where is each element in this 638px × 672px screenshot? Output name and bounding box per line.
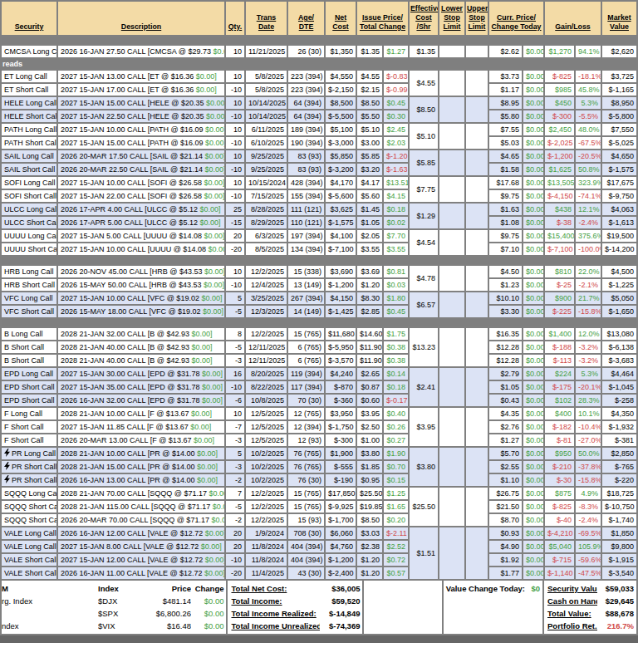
cell-age-dte[interactable]: 117 (394) bbox=[288, 381, 324, 393]
cell-trans-date[interactable]: 11/8/2024 bbox=[246, 554, 287, 566]
cell-market-value[interactable]: $-1,045 bbox=[602, 381, 636, 393]
cell-issue-price[interactable]: $1.05 bbox=[357, 217, 382, 228]
cell-upper-stop-limit[interactable] bbox=[466, 328, 488, 366]
cell-gain-loss[interactable]: $-210 bbox=[545, 461, 574, 473]
cell-gain-loss-pct[interactable]: -2.4% bbox=[576, 514, 601, 526]
cell-issue-price[interactable]: $5.10 bbox=[357, 124, 382, 135]
cell-trans-date[interactable]: 12/2/2025 bbox=[246, 328, 287, 340]
cell-age-dte[interactable]: 64 (394) bbox=[288, 110, 324, 122]
cell-issue-price[interactable]: $5.60 bbox=[357, 190, 382, 202]
cell-age-dte[interactable]: 189 (394) bbox=[288, 124, 324, 135]
cell-qty[interactable]: -20 bbox=[226, 243, 244, 255]
cell-gain-loss-pct[interactable]: -74.1% bbox=[576, 190, 601, 202]
cell-description[interactable]: 2027 15-JAN 13.00 CALL [ET @ $16.36 $0.0… bbox=[58, 71, 224, 82]
cell-market-value[interactable]: $4,500 bbox=[602, 266, 636, 277]
cell-total-change[interactable]: $1.75 bbox=[384, 328, 408, 340]
cell-gain-loss-pct[interactable]: 48.0% bbox=[576, 124, 601, 135]
cell-curr-price[interactable]: $1.05 bbox=[489, 381, 522, 393]
cell-issue-price[interactable]: $3.55 bbox=[357, 243, 382, 255]
column-header-effective-cost-shr[interactable]: Effective Cost /Shr bbox=[410, 2, 438, 35]
cell-qty[interactable]: -20 bbox=[226, 567, 244, 579]
column-header-gain-loss[interactable]: Gain/Loss bbox=[545, 2, 601, 35]
cell-qty[interactable]: -2 bbox=[226, 474, 244, 486]
cell-curr-price[interactable]: $9.75 bbox=[489, 230, 522, 242]
cell-upper-stop-limit[interactable] bbox=[466, 408, 488, 446]
cell-trans-date[interactable]: 1/9/2024 bbox=[246, 527, 287, 539]
cell-market-value[interactable]: $1,850 bbox=[602, 527, 636, 539]
cell-net-cost[interactable]: $-1,575 bbox=[326, 217, 356, 228]
cell-net-cost[interactable]: $3,690 bbox=[326, 266, 356, 277]
cell-gain-loss[interactable]: $1,270 bbox=[545, 46, 574, 57]
cell-trans-date[interactable]: 12/2/2025 bbox=[246, 488, 287, 499]
value-change-today-label[interactable]: Value Change Today: bbox=[444, 582, 525, 595]
cell-change-today[interactable]: $0.00 bbox=[523, 461, 543, 473]
cell-total-change[interactable]: $0.38 bbox=[384, 355, 408, 366]
cell-security[interactable]: PR Short Call bbox=[2, 474, 56, 486]
cell-age-dte[interactable]: 76 (765) bbox=[288, 448, 324, 459]
cell-gain-loss-pct[interactable]: 50.8% bbox=[576, 164, 601, 175]
cell-market-value[interactable]: $-765 bbox=[602, 461, 636, 473]
cell-description[interactable]: 2026 15-MAY 50.00 CALL [HRB @ $43.53 $0.… bbox=[58, 279, 224, 291]
column-header-issue-price-total-change[interactable]: Issue Price/ Total Change bbox=[357, 2, 408, 35]
cell-issue-price[interactable]: $1.45 bbox=[357, 204, 382, 215]
cell-curr-price[interactable]: $5.80 bbox=[489, 110, 522, 122]
cell-total-change[interactable]: $0.38 bbox=[384, 341, 408, 353]
cell-gain-loss[interactable]: $-1,200 bbox=[545, 150, 574, 162]
cell-total-change[interactable]: $0.27 bbox=[384, 434, 408, 446]
cell-gain-loss-pct[interactable]: 10.1% bbox=[576, 408, 601, 419]
cell-trans-date[interactable]: 10/15/2024 bbox=[246, 177, 287, 189]
cell-curr-price[interactable]: $12.28 bbox=[489, 341, 522, 353]
cell-age-dte[interactable]: 15 (338) bbox=[288, 266, 324, 277]
cell-trans-date[interactable]: 10/2/2025 bbox=[246, 474, 287, 486]
cell-effective-cost[interactable]: $1.29 bbox=[410, 204, 438, 228]
cell-net-cost[interactable]: $-5,950 bbox=[326, 341, 356, 353]
cell-description[interactable]: 2027 15-JAN 22.50 CALL [HELE @ $20.35 $0… bbox=[58, 110, 224, 122]
cell-age-dte[interactable]: 12 (93) bbox=[288, 434, 324, 446]
cell-upper-stop-limit[interactable] bbox=[466, 266, 488, 291]
cell-net-cost[interactable]: $-5,600 bbox=[326, 190, 356, 202]
column-header-security[interactable]: Security bbox=[2, 2, 56, 35]
cell-lower-stop-limit[interactable] bbox=[439, 46, 464, 57]
cell-lower-stop-limit[interactable] bbox=[439, 408, 464, 446]
cell-security[interactable]: HRB Short Call bbox=[2, 279, 56, 291]
cell-security[interactable]: SQQQ Short Call bbox=[2, 501, 56, 513]
cell-description[interactable]: 2026 20-MAR 13.00 CALL [F @ $13.67 $0.00… bbox=[58, 434, 224, 446]
cell-upper-stop-limit[interactable] bbox=[466, 488, 488, 526]
cell-total-change[interactable]: $7.70 bbox=[384, 230, 408, 242]
cell-net-cost[interactable]: $-1,425 bbox=[326, 306, 356, 317]
cell-gain-loss[interactable]: $950 bbox=[545, 448, 574, 459]
cell-description[interactable]: 2026 20-MAR 17.50 CALL [SAIL @ $21.14 $0… bbox=[58, 150, 224, 162]
cell-security[interactable]: VALE Long Call bbox=[2, 541, 56, 552]
cell-change-today[interactable]: $0.00 bbox=[523, 395, 543, 406]
index-price[interactable]: Price bbox=[140, 582, 191, 595]
cell-gain-loss[interactable]: $-4,210 bbox=[545, 527, 574, 539]
cell-gain-loss-pct[interactable]: -8.3% bbox=[576, 501, 601, 513]
cell-gain-loss-pct[interactable]: -10.4% bbox=[576, 421, 601, 433]
cell-curr-price[interactable]: $2.62 bbox=[489, 46, 522, 57]
cell-issue-price[interactable]: $25.50 bbox=[357, 488, 382, 499]
cell-curr-price[interactable]: $1.08 bbox=[489, 217, 522, 228]
cell-upper-stop-limit[interactable] bbox=[466, 124, 488, 149]
cell-upper-stop-limit[interactable] bbox=[466, 527, 488, 579]
cell-lower-stop-limit[interactable] bbox=[439, 488, 464, 526]
cell-security[interactable]: VFC Short Call bbox=[2, 306, 56, 317]
cell-age-dte[interactable]: 6 (765) bbox=[288, 341, 324, 353]
cell-qty[interactable]: -10 bbox=[226, 110, 244, 122]
column-header-lower-stop-limit[interactable]: Lower Stop Limit bbox=[439, 2, 464, 35]
cell-change-today[interactable]: $0.00 bbox=[523, 266, 543, 277]
cell-description[interactable]: 2027 15-JAN 11.85 CALL [F @ $13.67 $0.00… bbox=[58, 421, 224, 433]
cell-gain-loss-pct[interactable]: 323.9% bbox=[576, 177, 601, 189]
cell-net-cost[interactable]: $-2,150 bbox=[326, 84, 356, 96]
cell-trans-date[interactable]: 12/11/2025 bbox=[246, 355, 287, 366]
cell-total-change[interactable]: $0.70 bbox=[384, 461, 408, 473]
cell-age-dte[interactable]: 111 (121) bbox=[288, 204, 324, 215]
cell-age-dte[interactable]: 14 (149) bbox=[288, 306, 324, 317]
cell-description[interactable]: 2026 16-JAN 27.50 CALL [CMCSA @ $29.73 $… bbox=[58, 46, 224, 57]
cell-curr-price[interactable]: $1.23 bbox=[489, 279, 522, 291]
cell-security[interactable]: UUUU Long Call bbox=[2, 230, 56, 242]
cell-qty[interactable]: -10 bbox=[226, 164, 244, 175]
cell-security[interactable]: F Short Call bbox=[2, 434, 56, 446]
cell-lower-stop-limit[interactable] bbox=[439, 292, 464, 317]
cell-description[interactable]: 2027 15-JAN 8.00 CALL [VALE @ $12.72 $0.… bbox=[58, 541, 224, 552]
cell-issue-price[interactable]: $1.85 bbox=[357, 461, 382, 473]
